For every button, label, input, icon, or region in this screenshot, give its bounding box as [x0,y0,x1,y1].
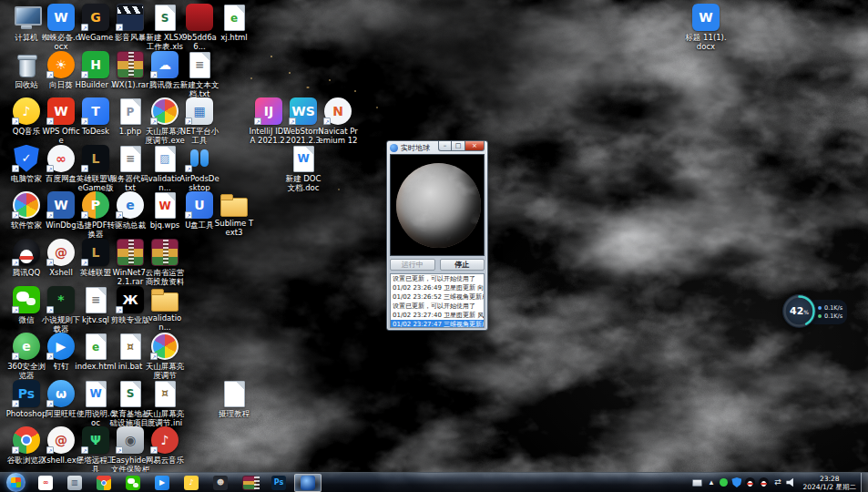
shortcut-arrow-icon: ↗ [12,400,19,407]
new-txt-icon: ≡ [189,52,210,78]
icon-label: xj.html [213,33,255,42]
shortcut-arrow-icon: ↗ [185,211,192,219]
show-desktop-button[interactable] [861,473,868,492]
shortcut-arrow-icon: ↗ [81,24,88,31]
tutorial-file-icon [224,381,245,407]
shortcut-arrow-icon: ↗ [12,118,19,125]
system-tray: ▴⇄ [690,477,798,487]
winrar-icon [242,476,257,490]
log-entry[interactable]: 01/02 23:26:49 卫星图更新 向日葵8号 - 日本 [391,283,484,292]
network-tray-icon[interactable]: ⇄ [772,477,782,487]
icon-label: Sublime Text3 [213,219,255,237]
shortcut-arrow-icon: ↗ [12,259,19,266]
spider-docx-icon: W [47,4,75,31]
earth-preview [390,154,485,256]
icon-label: AirPodsDesktop [179,174,220,192]
title-bar[interactable]: 实时地球 – □ × [387,141,487,154]
shortcut-arrow-icon: ↗ [46,211,54,219]
acceleration-ball-widget[interactable]: 42% [782,294,816,328]
desktop: 计算机W蜘蛛必备.docxG↗WeGame↗影音风暴S新建 XLSX 工作表.x… [0,0,868,492]
desktop-icon-sublime-folder[interactable]: Sublime Text3 [213,191,255,237]
ini-bat-icon: ¤ [120,333,141,360]
taskbar-app-baidu-netdisk[interactable]: ∞ [32,474,59,492]
taskbar-app-remote-tool[interactable]: ▥ [61,474,88,492]
validation-file-icon: ▨ [155,146,176,172]
yunnan-rar-icon [151,239,179,266]
taskbar-app-photoshop[interactable]: Ps [265,474,292,492]
earth-satellite-image [396,163,481,248]
security-shield-tray-icon[interactable] [731,477,741,487]
shortcut-arrow-icon: ↗ [81,446,88,454]
desktop-icon-brightness-ini[interactable]: ¤天山屏幕亮度调节.ini [144,380,186,427]
shortcut-arrow-icon: ↗ [12,165,19,172]
taskbar-app-avatar-app[interactable]: ☻ [207,474,234,492]
stop-button[interactable]: 停止 [440,259,485,271]
dialog-body: 运行中 停止 设置已更新，可以开始使用了01/02 23:26:49 卫星图更新… [387,154,487,331]
shortcut-arrow-icon: ↗ [81,259,88,266]
shortcut-arrow-icon: ↗ [116,24,123,31]
icon-label: 网易云音乐 [144,456,186,465]
start-button[interactable] [6,473,26,492]
log-entry[interactable]: 设置已更新，可以开始使用了 [391,274,484,283]
desktop-icon-screen-brightness[interactable]: ↗天山屏幕亮度调节 [144,333,186,380]
window-controls: – □ × [438,141,485,151]
taskbar-app-chrome[interactable] [90,474,117,492]
desktop-icon-net-platform-tool[interactable]: ▦↗NET平台小工具 [179,97,220,145]
log-entry[interactable]: 设置已更新，可以开始使用了 [391,302,484,311]
taskbar-app-qq-music[interactable]: ♪ [178,474,205,492]
maximize-button[interactable]: □ [452,141,465,151]
button-row: 运行中 停止 [390,259,485,271]
minimize-button[interactable]: – [438,141,452,151]
close-button[interactable]: × [465,141,485,151]
bjq-wps-icon: W [155,192,176,219]
shortcut-arrow-icon: ↗ [81,165,88,172]
log-entry[interactable]: 01/02 23:26:52 三维视角更新成功 [391,292,484,302]
clock-time: 23:28 [802,475,856,483]
desktop-icon-validation-folder[interactable]: validation... [144,286,186,332]
taskbar-app-dingtalk[interactable]: ▶ [148,474,176,492]
desktop-icon-new-txt[interactable]: ≡新建文本文档.txt [179,51,220,98]
desktop-icon-navicat[interactable]: N↗Navicat Premium 12 [317,97,359,145]
show-hidden-icons-icon[interactable]: ▴ [706,477,716,487]
shortcut-arrow-icon: ↗ [150,71,158,78]
shortcut-arrow-icon: ↗ [46,400,54,407]
desktop-icon-new-doc[interactable]: W新建 DOC 文档.doc [282,145,324,192]
icon-label: NET平台小工具 [179,127,220,145]
desktop-icon-xj-html[interactable]: exj.html [213,4,255,42]
taskbar-app-wechat[interactable] [119,474,147,492]
desktop-icon-title-docx[interactable]: W标题 11(1).docx [685,4,727,51]
qq-tray-2-icon[interactable] [759,477,769,487]
volume-tray-icon[interactable] [786,477,796,487]
log-entry[interactable]: 01/02 23:27:40 卫星图更新 风云4号 - 中国 [391,311,484,320]
clock-date: 2024/1/2 星期二 [802,483,856,491]
shortcut-arrow-icon: ↗ [46,118,54,125]
desktop-icon-tutorial-file[interactable]: 摄理教程 [213,380,255,418]
desktop-icon-netease-music[interactable]: ♪↗网易云音乐 [144,426,186,465]
shortcut-arrow-icon: ↗ [81,118,88,125]
desktop-icon-airpods-desktop[interactable]: ↗AirPodsDesktop [179,145,220,192]
desktop-icon-yunnan-rar[interactable]: 云南省运营商投放资料HT.. [144,239,186,287]
wx-rar-icon [117,51,144,78]
log-entry-selected[interactable]: 01/02 23:27:47 三维视角更新成功 [391,320,484,328]
shortcut-arrow-icon: ↗ [46,306,54,313]
wechat-tray-icon[interactable] [720,478,728,487]
running-status-button[interactable]: 运行中 [390,259,435,271]
download-speed: 0.1K/s [824,313,842,320]
shortcut-arrow-icon: ↗ [12,446,19,454]
taskbar-app-winrar[interactable] [236,474,263,492]
shortcut-arrow-icon: ↗ [116,306,123,313]
clock[interactable]: 23:28 2024/1/2 星期二 [802,475,856,491]
icon-label: 天山屏幕亮度调节.ini [144,409,186,427]
qq-tray-1-icon[interactable] [745,477,755,487]
recycle-bin-icon [13,51,40,78]
shortcut-arrow-icon: ↗ [46,446,54,454]
shortcut-arrow-icon: ↗ [46,259,54,266]
taskbar-app-realtime-earth[interactable] [294,474,322,492]
index-html-icon: e [86,333,107,360]
server-code-txt-icon: ≡ [120,146,141,172]
shortcut-arrow-icon: ↗ [46,71,54,78]
download-dot-icon [818,314,822,318]
update-log-list[interactable]: 设置已更新，可以开始使用了01/02 23:26:49 卫星图更新 向日葵8号 … [390,273,485,328]
input-keyboard-icon[interactable] [692,479,702,487]
upload-dot-icon [818,306,822,310]
